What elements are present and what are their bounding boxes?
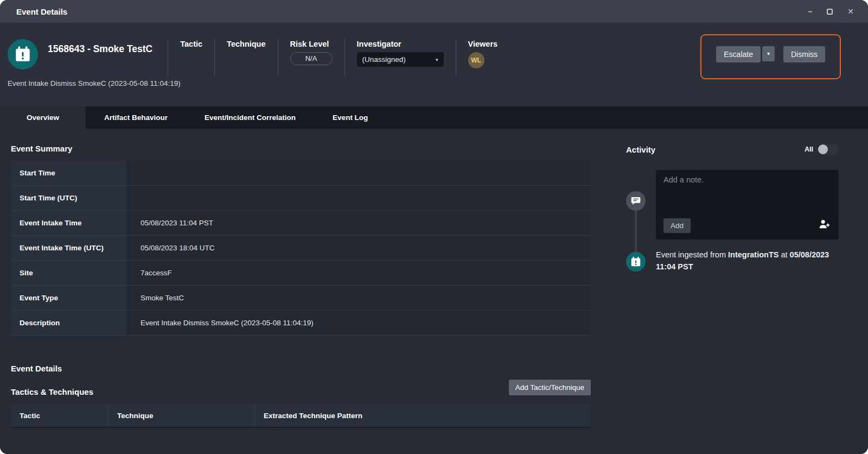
add-tactic-technique-button[interactable]: Add Tactic/Technique [509,380,591,395]
header-col-technique: Technique [214,39,277,76]
summary-label: Event Intake Time [11,211,126,235]
note-comment-icon [626,191,646,211]
summary-row: Start Time [11,161,591,186]
tactics-column-header: Tactic [11,404,108,427]
tab-event-incident-correlation[interactable]: Event/Incident Correlation [186,106,314,129]
summary-row: Event Intake Time05/08/2023 11:04 PST [11,211,591,236]
window-title: Event Details [16,7,67,16]
event-details-window: Event Details – ✕ 1568643 - Smoke Te [0,0,868,454]
note-input[interactable] [663,175,831,213]
all-toggle[interactable] [818,144,839,155]
event-actions-group: Escalate ▾ Dismiss [700,34,841,79]
content-area: Event Summary Start TimeStart Time (UTC)… [0,129,868,454]
investigator-select[interactable]: (Unassigned) ▾ [357,52,444,67]
add-person-icon[interactable] [818,218,830,232]
tactics-techniques-title: Tactics & Techniques [11,387,93,396]
summary-value [126,161,591,185]
tactic-label: Tactic [180,40,202,48]
add-note-button[interactable]: Add [663,218,691,233]
event-id-title: 1568643 - Smoke TestC [48,43,152,55]
summary-row: DescriptionEvent Intake Dismiss SmokeC (… [11,311,591,336]
risk-level-label: Risk Level [290,40,333,48]
close-icon[interactable]: ✕ [847,8,854,15]
title-bar: Event Details – ✕ [0,0,868,23]
entry-source: IntegrationTS [728,250,778,259]
all-toggle-label: All [805,146,813,153]
viewer-avatar: WL [468,52,484,68]
summary-row: Start Time (UTC) [11,186,591,211]
add-note-card: Add [656,170,839,239]
risk-level-badge: N/A [290,52,333,65]
maximize-icon[interactable] [827,9,833,15]
technique-label: Technique [227,40,265,48]
activity-entry: Event ingested from IntegrationTS at 05/… [656,249,839,273]
entry-text: Event ingested from [656,250,728,259]
tab-artifact-behaviour[interactable]: Artifact Behaviour [86,106,186,129]
event-summary-title: Event Summary [11,144,591,153]
summary-label: Site [11,261,126,285]
summary-value: 05/08/2023 18:04 UTC [126,236,591,260]
summary-value: 7accessF [126,261,591,285]
escalate-dropdown-icon[interactable]: ▾ [762,46,775,61]
dismiss-button[interactable]: Dismiss [783,46,825,62]
summary-row: Event Intake Time (UTC)05/08/2023 18:04 … [11,236,591,261]
summary-value [126,186,591,210]
summary-value: Event Intake Dismiss SmokeC (2023-05-08 … [126,311,591,335]
activity-panel: Activity All [602,129,868,454]
toggle-knob [818,144,828,154]
summary-label: Description [11,311,126,335]
tactics-column-header: Extracted Technique Pattern [255,404,591,427]
summary-row: Site7accessF [11,261,591,286]
investigator-value: (Unassigned) [362,55,406,64]
event-header: 1568643 - Smoke TestC Tactic Technique R… [0,23,868,106]
event-calendar-alert-icon [8,39,38,70]
overview-pane: Event Summary Start TimeStart Time (UTC)… [0,129,602,454]
event-details-title: Event Details [11,364,591,373]
header-col-viewers: Viewers WL [456,39,510,76]
summary-label: Event Intake Time (UTC) [11,236,126,260]
summary-value: 05/08/2023 11:04 PST [126,211,591,235]
activity-title: Activity [626,145,655,154]
event-summary-table: Start TimeStart Time (UTC)Event Intake T… [11,161,591,336]
summary-value: Smoke TestC [126,286,591,310]
investigator-label: Investigator [357,40,444,48]
tactics-column-header: Technique [108,404,255,427]
event-subtitle: Event Intake Dismiss SmokeC (2023-05-08 … [8,79,181,87]
summary-label: Start Time (UTC) [11,186,126,210]
event-ingested-calendar-icon [626,252,646,272]
summary-row: Event TypeSmoke TestC [11,286,591,311]
tab-overview[interactable]: Overview [0,106,86,129]
entry-text-at: at [778,250,789,259]
escalate-button[interactable]: Escalate [716,46,761,62]
tab-bar: OverviewArtifact BehaviourEvent/Incident… [0,106,868,129]
tab-event-log[interactable]: Event Log [314,106,386,129]
tactics-table-header: TacticTechniqueExtracted Technique Patte… [11,404,591,428]
header-col-risk: Risk Level N/A [278,39,344,76]
minimize-icon[interactable]: – [808,8,812,15]
header-col-investigator: Investigator (Unassigned) ▾ [344,39,456,76]
chevron-down-icon: ▾ [436,57,438,62]
summary-label: Start Time [11,161,126,185]
timeline-connector [635,211,637,252]
header-col-tactic: Tactic [168,39,214,76]
summary-label: Event Type [11,286,126,310]
activity-timeline [626,170,646,273]
viewers-label: Viewers [468,40,498,48]
